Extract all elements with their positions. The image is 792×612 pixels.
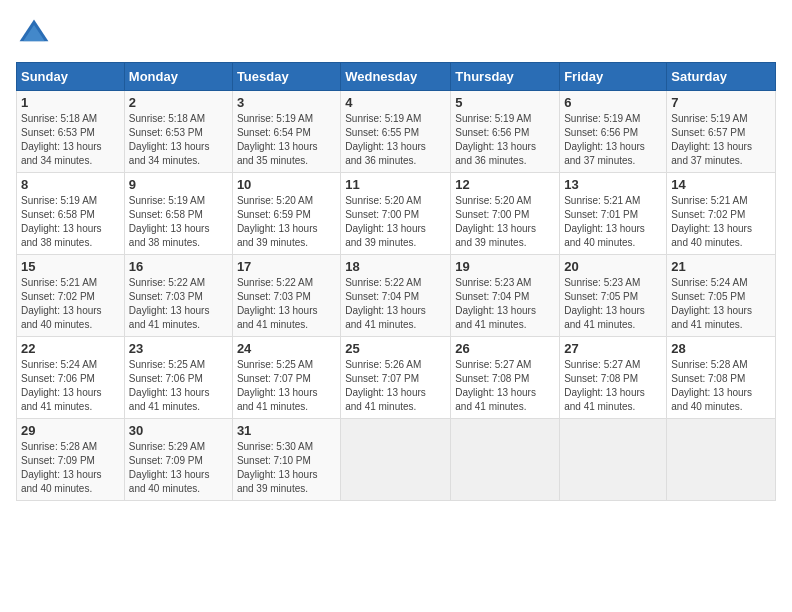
calendar-cell: 3Sunrise: 5:19 AM Sunset: 6:54 PM Daylig… xyxy=(232,91,340,173)
calendar-cell: 21Sunrise: 5:24 AM Sunset: 7:05 PM Dayli… xyxy=(667,255,776,337)
day-number: 27 xyxy=(564,341,662,356)
day-number: 5 xyxy=(455,95,555,110)
day-number: 4 xyxy=(345,95,446,110)
day-info: Sunrise: 5:19 AM Sunset: 6:55 PM Dayligh… xyxy=(345,112,446,168)
day-info: Sunrise: 5:20 AM Sunset: 7:00 PM Dayligh… xyxy=(455,194,555,250)
calendar-cell: 28Sunrise: 5:28 AM Sunset: 7:08 PM Dayli… xyxy=(667,337,776,419)
day-info: Sunrise: 5:22 AM Sunset: 7:03 PM Dayligh… xyxy=(237,276,336,332)
day-info: Sunrise: 5:23 AM Sunset: 7:05 PM Dayligh… xyxy=(564,276,662,332)
day-number: 19 xyxy=(455,259,555,274)
day-number: 10 xyxy=(237,177,336,192)
calendar-cell: 15Sunrise: 5:21 AM Sunset: 7:02 PM Dayli… xyxy=(17,255,125,337)
day-number: 16 xyxy=(129,259,228,274)
calendar-cell: 23Sunrise: 5:25 AM Sunset: 7:06 PM Dayli… xyxy=(124,337,232,419)
calendar-cell: 1Sunrise: 5:18 AM Sunset: 6:53 PM Daylig… xyxy=(17,91,125,173)
day-number: 8 xyxy=(21,177,120,192)
day-info: Sunrise: 5:19 AM Sunset: 6:57 PM Dayligh… xyxy=(671,112,771,168)
weekday-header: Wednesday xyxy=(341,63,451,91)
calendar-cell xyxy=(341,419,451,501)
day-number: 1 xyxy=(21,95,120,110)
calendar-cell: 11Sunrise: 5:20 AM Sunset: 7:00 PM Dayli… xyxy=(341,173,451,255)
day-info: Sunrise: 5:21 AM Sunset: 7:01 PM Dayligh… xyxy=(564,194,662,250)
calendar-week-row: 22Sunrise: 5:24 AM Sunset: 7:06 PM Dayli… xyxy=(17,337,776,419)
day-info: Sunrise: 5:25 AM Sunset: 7:07 PM Dayligh… xyxy=(237,358,336,414)
weekday-header-row: SundayMondayTuesdayWednesdayThursdayFrid… xyxy=(17,63,776,91)
calendar-cell: 27Sunrise: 5:27 AM Sunset: 7:08 PM Dayli… xyxy=(560,337,667,419)
calendar-cell: 13Sunrise: 5:21 AM Sunset: 7:01 PM Dayli… xyxy=(560,173,667,255)
day-info: Sunrise: 5:26 AM Sunset: 7:07 PM Dayligh… xyxy=(345,358,446,414)
day-number: 31 xyxy=(237,423,336,438)
calendar-cell: 29Sunrise: 5:28 AM Sunset: 7:09 PM Dayli… xyxy=(17,419,125,501)
weekday-header: Thursday xyxy=(451,63,560,91)
logo xyxy=(16,16,56,52)
calendar-cell: 30Sunrise: 5:29 AM Sunset: 7:09 PM Dayli… xyxy=(124,419,232,501)
calendar-cell: 20Sunrise: 5:23 AM Sunset: 7:05 PM Dayli… xyxy=(560,255,667,337)
calendar-cell: 10Sunrise: 5:20 AM Sunset: 6:59 PM Dayli… xyxy=(232,173,340,255)
calendar-cell: 5Sunrise: 5:19 AM Sunset: 6:56 PM Daylig… xyxy=(451,91,560,173)
day-info: Sunrise: 5:21 AM Sunset: 7:02 PM Dayligh… xyxy=(671,194,771,250)
weekday-header: Saturday xyxy=(667,63,776,91)
day-number: 20 xyxy=(564,259,662,274)
day-number: 11 xyxy=(345,177,446,192)
day-info: Sunrise: 5:28 AM Sunset: 7:09 PM Dayligh… xyxy=(21,440,120,496)
day-number: 24 xyxy=(237,341,336,356)
calendar-cell: 14Sunrise: 5:21 AM Sunset: 7:02 PM Dayli… xyxy=(667,173,776,255)
day-info: Sunrise: 5:19 AM Sunset: 6:56 PM Dayligh… xyxy=(564,112,662,168)
day-number: 15 xyxy=(21,259,120,274)
calendar-cell: 16Sunrise: 5:22 AM Sunset: 7:03 PM Dayli… xyxy=(124,255,232,337)
calendar-cell: 7Sunrise: 5:19 AM Sunset: 6:57 PM Daylig… xyxy=(667,91,776,173)
day-info: Sunrise: 5:19 AM Sunset: 6:54 PM Dayligh… xyxy=(237,112,336,168)
day-number: 2 xyxy=(129,95,228,110)
day-info: Sunrise: 5:21 AM Sunset: 7:02 PM Dayligh… xyxy=(21,276,120,332)
calendar-cell: 4Sunrise: 5:19 AM Sunset: 6:55 PM Daylig… xyxy=(341,91,451,173)
weekday-header: Tuesday xyxy=(232,63,340,91)
day-info: Sunrise: 5:22 AM Sunset: 7:03 PM Dayligh… xyxy=(129,276,228,332)
calendar-cell xyxy=(667,419,776,501)
day-info: Sunrise: 5:20 AM Sunset: 6:59 PM Dayligh… xyxy=(237,194,336,250)
weekday-header: Friday xyxy=(560,63,667,91)
page-header xyxy=(16,16,776,52)
day-number: 3 xyxy=(237,95,336,110)
weekday-header: Sunday xyxy=(17,63,125,91)
day-number: 14 xyxy=(671,177,771,192)
day-number: 29 xyxy=(21,423,120,438)
calendar-week-row: 1Sunrise: 5:18 AM Sunset: 6:53 PM Daylig… xyxy=(17,91,776,173)
day-info: Sunrise: 5:18 AM Sunset: 6:53 PM Dayligh… xyxy=(21,112,120,168)
day-info: Sunrise: 5:18 AM Sunset: 6:53 PM Dayligh… xyxy=(129,112,228,168)
day-info: Sunrise: 5:22 AM Sunset: 7:04 PM Dayligh… xyxy=(345,276,446,332)
day-number: 26 xyxy=(455,341,555,356)
day-info: Sunrise: 5:27 AM Sunset: 7:08 PM Dayligh… xyxy=(455,358,555,414)
calendar-table: SundayMondayTuesdayWednesdayThursdayFrid… xyxy=(16,62,776,501)
day-info: Sunrise: 5:23 AM Sunset: 7:04 PM Dayligh… xyxy=(455,276,555,332)
day-info: Sunrise: 5:19 AM Sunset: 6:58 PM Dayligh… xyxy=(129,194,228,250)
calendar-week-row: 8Sunrise: 5:19 AM Sunset: 6:58 PM Daylig… xyxy=(17,173,776,255)
calendar-cell: 26Sunrise: 5:27 AM Sunset: 7:08 PM Dayli… xyxy=(451,337,560,419)
day-number: 28 xyxy=(671,341,771,356)
day-number: 9 xyxy=(129,177,228,192)
calendar-cell: 22Sunrise: 5:24 AM Sunset: 7:06 PM Dayli… xyxy=(17,337,125,419)
weekday-header: Monday xyxy=(124,63,232,91)
calendar-cell: 8Sunrise: 5:19 AM Sunset: 6:58 PM Daylig… xyxy=(17,173,125,255)
logo-icon xyxy=(16,16,52,52)
day-number: 12 xyxy=(455,177,555,192)
calendar-cell: 6Sunrise: 5:19 AM Sunset: 6:56 PM Daylig… xyxy=(560,91,667,173)
day-info: Sunrise: 5:19 AM Sunset: 6:58 PM Dayligh… xyxy=(21,194,120,250)
day-info: Sunrise: 5:24 AM Sunset: 7:06 PM Dayligh… xyxy=(21,358,120,414)
day-info: Sunrise: 5:19 AM Sunset: 6:56 PM Dayligh… xyxy=(455,112,555,168)
calendar-cell: 19Sunrise: 5:23 AM Sunset: 7:04 PM Dayli… xyxy=(451,255,560,337)
day-number: 18 xyxy=(345,259,446,274)
calendar-cell: 17Sunrise: 5:22 AM Sunset: 7:03 PM Dayli… xyxy=(232,255,340,337)
day-info: Sunrise: 5:28 AM Sunset: 7:08 PM Dayligh… xyxy=(671,358,771,414)
day-number: 25 xyxy=(345,341,446,356)
calendar-week-row: 15Sunrise: 5:21 AM Sunset: 7:02 PM Dayli… xyxy=(17,255,776,337)
day-info: Sunrise: 5:30 AM Sunset: 7:10 PM Dayligh… xyxy=(237,440,336,496)
day-info: Sunrise: 5:29 AM Sunset: 7:09 PM Dayligh… xyxy=(129,440,228,496)
day-number: 6 xyxy=(564,95,662,110)
day-info: Sunrise: 5:24 AM Sunset: 7:05 PM Dayligh… xyxy=(671,276,771,332)
day-number: 13 xyxy=(564,177,662,192)
day-info: Sunrise: 5:25 AM Sunset: 7:06 PM Dayligh… xyxy=(129,358,228,414)
day-number: 23 xyxy=(129,341,228,356)
calendar-cell: 12Sunrise: 5:20 AM Sunset: 7:00 PM Dayli… xyxy=(451,173,560,255)
calendar-cell: 18Sunrise: 5:22 AM Sunset: 7:04 PM Dayli… xyxy=(341,255,451,337)
calendar-cell: 31Sunrise: 5:30 AM Sunset: 7:10 PM Dayli… xyxy=(232,419,340,501)
